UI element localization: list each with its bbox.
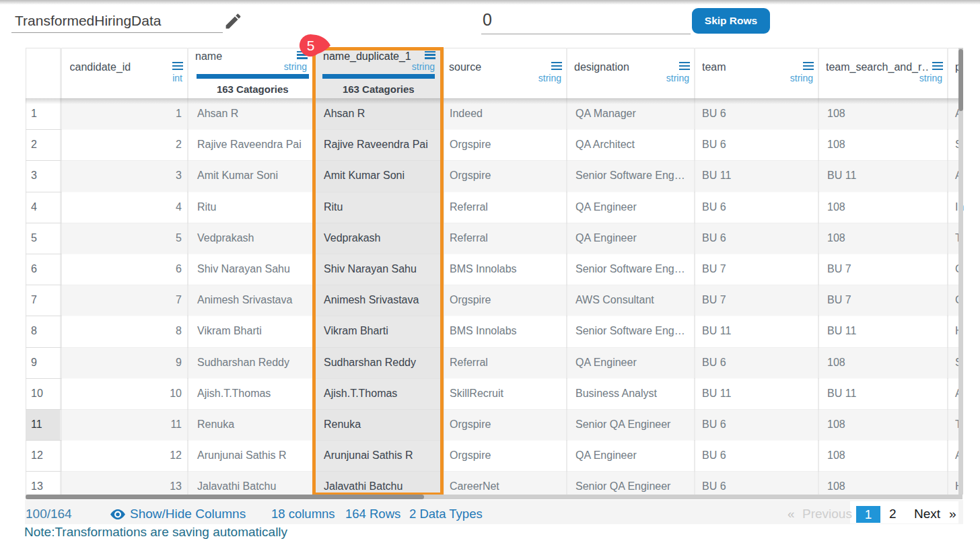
svg-text:5: 5 [307,38,315,53]
